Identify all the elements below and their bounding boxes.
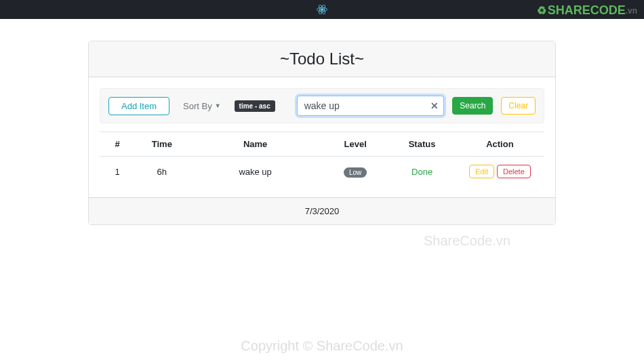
status-text[interactable]: Done [411,167,432,177]
sort-by-label: Sort By [183,101,212,111]
react-logo-icon [316,3,328,16]
cell-time: 6h [135,157,188,187]
controls-row: Add Item Sort By ▼ time - asc ✕ Search C… [100,88,544,123]
col-time: Time [135,132,188,157]
todo-card: ~Todo List~ Add Item Sort By ▼ time - as… [88,41,556,225]
card-header: ~Todo List~ [89,41,555,77]
sort-by-dropdown[interactable]: Sort By ▼ [178,98,226,115]
cell-action: EditDelete [456,157,544,187]
cell-idx: 1 [100,157,135,187]
card-footer: 7/3/2020 [89,197,555,224]
level-badge: Low [344,167,367,178]
page-title: ~Todo List~ [100,49,544,68]
todo-table: # Time Name Level Status Action 1 6h wak… [100,132,544,186]
watermark-side: ShareCode.vn [424,233,510,249]
cell-level: Low [322,157,388,187]
svg-point-0 [321,9,323,11]
cell-status: Done [388,157,455,187]
edit-button[interactable]: Edit [469,165,494,178]
sort-badge: time - asc [235,100,275,112]
col-level: Level [322,132,388,157]
add-item-button[interactable]: Add Item [108,97,169,115]
search-wrapper: ✕ [297,96,445,116]
search-button[interactable]: Search [452,97,493,115]
clear-input-icon[interactable]: ✕ [430,100,439,111]
search-input[interactable] [297,96,445,116]
col-idx: # [100,132,135,157]
cell-name: wake up [188,157,322,187]
table-header-row: # Time Name Level Status Action [100,132,544,157]
sharecode-logo: ♻ SHARECODE.vn [537,3,637,18]
col-name: Name [188,132,322,157]
delete-button[interactable]: Delete [497,165,531,178]
watermark-bottom: Copyright © ShareCode.vn [241,338,403,354]
logo-text-suffix: .vn [626,6,637,16]
logo-text-green: SHARECODE [548,3,626,18]
card-body: Add Item Sort By ▼ time - asc ✕ Search C… [89,77,555,197]
caret-down-icon: ▼ [215,102,221,109]
col-action: Action [456,132,544,157]
col-status: Status [388,132,455,157]
clear-button[interactable]: Clear [501,97,536,115]
recycle-icon: ♻ [537,4,546,17]
table-row: 1 6h wake up Low Done EditDelete [100,157,544,187]
